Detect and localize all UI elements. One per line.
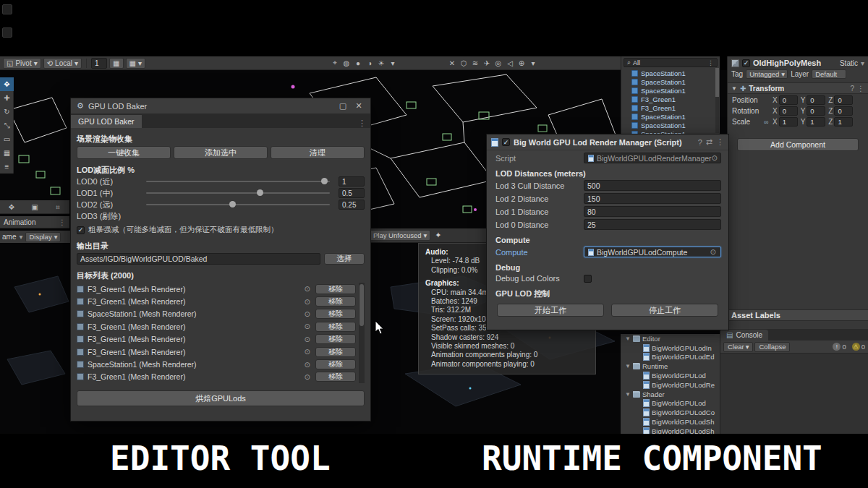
distance-field[interactable]: 25 bbox=[584, 219, 721, 230]
scrollbar[interactable] bbox=[715, 68, 719, 133]
target-item[interactable]: F3_Green1 (Mesh Renderer) ⊙ 移除 bbox=[77, 283, 356, 295]
tab-console[interactable]: ▤ Console bbox=[720, 330, 768, 341]
chevron-down-icon[interactable]: ▾ bbox=[861, 59, 864, 67]
axis-x-field[interactable]: 1 bbox=[779, 117, 798, 127]
help-icon[interactable]: ? bbox=[698, 138, 702, 147]
project-item[interactable]: ▼ Runtime bbox=[621, 361, 720, 371]
tab-gpu-lod-baker[interactable]: GPU LOD Baker bbox=[71, 115, 142, 128]
warning-filter[interactable]: ⚠ 0 bbox=[852, 343, 865, 351]
remove-button[interactable]: 移除 bbox=[315, 284, 356, 294]
transform-tool-icon[interactable]: ▦ bbox=[0, 146, 14, 160]
project-item[interactable]: BigWorldGPULod bbox=[621, 371, 720, 380]
output-path-field[interactable]: Assets/IGD/BigWorldGPULOD/Baked bbox=[77, 253, 320, 265]
hierarchy-search[interactable]: ⌕ All ⋮ bbox=[624, 58, 718, 67]
remove-button[interactable]: 移除 bbox=[315, 334, 356, 344]
static-label[interactable]: Static bbox=[840, 59, 858, 67]
lod-value-field[interactable]: 0.25 bbox=[339, 200, 365, 210]
object-picker-icon[interactable]: ⊙ bbox=[305, 348, 310, 356]
hand-tool-icon[interactable]: ✥ bbox=[0, 77, 14, 91]
globe-icon[interactable]: ◍ bbox=[341, 59, 352, 67]
object-picker-icon[interactable]: ⊙ bbox=[710, 248, 716, 256]
axis-x-field[interactable]: 0 bbox=[779, 95, 798, 105]
project-item[interactable]: BigWorldGPULodCo bbox=[621, 408, 720, 417]
more-icon[interactable]: ⋮ bbox=[716, 137, 724, 147]
wind-icon[interactable]: ≋ bbox=[469, 59, 481, 67]
collect-button[interactable]: 添加选中 bbox=[174, 146, 268, 159]
project-item[interactable]: BigWorldGPULodIn bbox=[621, 343, 720, 353]
brutal-reduce-checkbox[interactable]: ✓ bbox=[77, 226, 85, 234]
lod-slider[interactable] bbox=[146, 204, 330, 205]
project-item[interactable]: BigWorldGPULodRe bbox=[621, 380, 720, 390]
filter-icon[interactable]: ⋮ bbox=[707, 59, 714, 67]
screen-icon[interactable]: ▣ bbox=[23, 200, 46, 214]
axis-y-field[interactable]: 0 bbox=[807, 106, 825, 116]
asset-labels-bar[interactable]: Asset Labels bbox=[727, 309, 868, 321]
scrollbar[interactable] bbox=[359, 283, 365, 383]
close-button[interactable]: ✕ bbox=[353, 101, 365, 111]
pan-view-icon[interactable]: ✥ bbox=[0, 200, 23, 214]
mute-icon[interactable]: ✕ bbox=[446, 59, 458, 67]
grid-size-field[interactable]: 1 bbox=[91, 58, 107, 69]
fx-icon[interactable]: ⬡ bbox=[458, 59, 469, 67]
grid-visibility-button[interactable]: ▦ ▾ bbox=[126, 58, 145, 69]
target-item[interactable]: SpaceStation1 (Mesh Renderer) ⊙ 移除 bbox=[77, 358, 356, 370]
camera-gizmo-icon[interactable]: ⊕ bbox=[516, 59, 527, 67]
hierarchy-item[interactable]: F3_Green1 bbox=[621, 95, 720, 103]
gizmo-sphere-icon[interactable]: ◎ bbox=[493, 59, 504, 67]
audio-icon[interactable]: ◁ bbox=[504, 59, 516, 67]
tab-game[interactable]: ame bbox=[2, 233, 16, 241]
maximize-button[interactable]: ▢ bbox=[337, 101, 349, 111]
collapse-button[interactable]: Collapse bbox=[754, 342, 790, 352]
target-item[interactable]: F3_Green1 (Mesh Renderer) ⊙ 移除 bbox=[77, 371, 356, 383]
project-item[interactable]: BigWorldGPULodSh bbox=[621, 417, 720, 427]
slider-knob[interactable] bbox=[229, 201, 236, 207]
hierarchy-item[interactable]: SpaceStation1 bbox=[621, 121, 720, 129]
collect-button[interactable]: 清理 bbox=[271, 146, 365, 159]
select-path-button[interactable]: 选择 bbox=[324, 253, 365, 265]
tag-dropdown[interactable]: Untagged ▾ bbox=[746, 69, 788, 79]
compute-object-field[interactable]: BigWorldGPULodCompute ⊙ bbox=[584, 247, 721, 257]
lighting-icon[interactable]: ☀ bbox=[375, 59, 387, 67]
foldout-icon[interactable]: ▼ bbox=[625, 391, 631, 398]
distance-field[interactable]: 500 bbox=[584, 180, 721, 191]
project-item[interactable]: ▼ Editor bbox=[621, 334, 720, 343]
object-picker-icon[interactable]: ⊙ bbox=[712, 154, 718, 162]
help-icon[interactable]: ? bbox=[850, 85, 854, 93]
sphere-icon[interactable]: ● bbox=[352, 59, 364, 67]
hierarchy-item[interactable]: SpaceStation1 bbox=[621, 112, 720, 121]
play-unfocused-dropdown[interactable]: Play Unfocused ▾ bbox=[370, 230, 430, 241]
component-header[interactable]: ✓ Big World GPU Lod Render Manager (Scri… bbox=[487, 134, 728, 150]
grab-icon[interactable]: ⌗ bbox=[46, 200, 69, 214]
error-filter[interactable]: ! 0 bbox=[833, 343, 846, 351]
object-picker-icon[interactable]: ⊙ bbox=[305, 373, 310, 381]
remove-button[interactable]: 移除 bbox=[315, 296, 356, 307]
axis-z-field[interactable]: 1 bbox=[834, 117, 853, 127]
object-picker-icon[interactable]: ⊙ bbox=[305, 298, 310, 306]
rect-tool-icon[interactable]: ▭ bbox=[0, 132, 14, 146]
clear-button[interactable]: Clear ▾ bbox=[723, 342, 753, 352]
slider-knob[interactable] bbox=[257, 189, 263, 196]
remove-button[interactable]: 移除 bbox=[315, 309, 356, 319]
script-field[interactable]: BigWorldGPULodRenderManager ⊙ bbox=[584, 153, 721, 163]
target-item[interactable]: SpaceStation1 (Mesh Renderer) ⊙ 移除 bbox=[77, 308, 356, 320]
more-icon[interactable]: ⋮ bbox=[358, 119, 366, 128]
project-item[interactable]: BigWorldGPULod bbox=[621, 399, 720, 408]
slider-knob[interactable] bbox=[321, 178, 328, 184]
object-picker-icon[interactable]: ⊙ bbox=[305, 361, 310, 369]
more-icon[interactable]: ⋮ bbox=[857, 85, 864, 93]
rotate-tool-icon[interactable]: ↻ bbox=[0, 105, 14, 119]
particles-icon[interactable]: ✈ bbox=[481, 59, 493, 67]
presets-icon[interactable]: ⇄ bbox=[706, 137, 712, 147]
hierarchy-item[interactable]: SpaceStation1 bbox=[621, 86, 720, 95]
target-item[interactable]: F3_Green1 (Mesh Renderer) ⊙ 移除 bbox=[77, 295, 356, 307]
lod-value-field[interactable]: 1 bbox=[339, 176, 365, 187]
move-tool-icon[interactable]: ✚ bbox=[0, 91, 14, 105]
distance-field[interactable]: 150 bbox=[584, 193, 721, 204]
dropdown-icon[interactable]: ▾ bbox=[387, 59, 399, 67]
link-icon[interactable]: ∞ bbox=[764, 119, 770, 126]
foldout-icon[interactable]: ▼ bbox=[625, 363, 631, 369]
axis-z-field[interactable]: 0 bbox=[834, 106, 853, 116]
gameobject-name[interactable]: OldHighPolyMesh bbox=[753, 59, 821, 67]
lod-value-field[interactable]: 0.5 bbox=[339, 188, 365, 198]
axis-z-field[interactable]: 0 bbox=[834, 95, 853, 105]
